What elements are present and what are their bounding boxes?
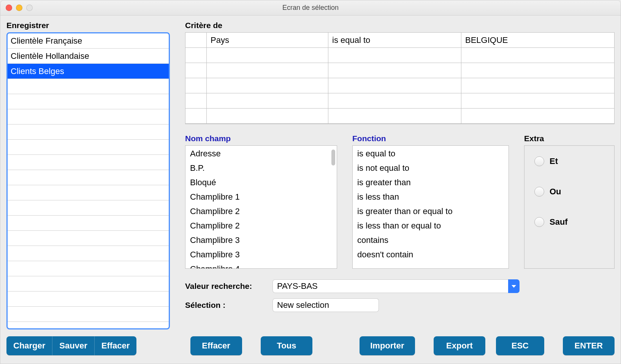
saved-query-item[interactable] — [8, 246, 169, 261]
criteria-cell-conj[interactable] — [185, 93, 207, 109]
criteria-cell-func[interactable] — [328, 93, 461, 109]
extra-option-label: Sauf — [550, 217, 568, 227]
delete-left-button[interactable]: Effacer — [95, 336, 137, 355]
criteria-cell-field[interactable] — [207, 93, 328, 109]
extra-option[interactable]: Et — [534, 156, 604, 166]
field-item[interactable]: Champlibre 3 — [185, 247, 337, 262]
save-button[interactable]: Sauver — [52, 336, 94, 355]
function-item[interactable]: is greater than or equal to — [353, 204, 509, 219]
criteria-cell-func[interactable] — [328, 48, 461, 63]
field-item[interactable]: Champlibre 2 — [185, 219, 337, 233]
selection-combo[interactable] — [272, 298, 379, 312]
saved-query-item[interactable] — [8, 94, 169, 109]
import-button[interactable]: Importer — [360, 336, 415, 355]
esc-button[interactable]: ESC — [496, 336, 544, 355]
criteria-row[interactable] — [185, 48, 614, 63]
fields-heading: Nom champ — [185, 134, 337, 143]
extra-option[interactable]: Sauf — [534, 217, 604, 227]
function-item[interactable]: is equal to — [353, 147, 509, 161]
export-button[interactable]: Export — [434, 336, 485, 355]
field-item[interactable]: Champlibre 4 — [185, 262, 337, 269]
all-button[interactable]: Tous — [261, 336, 312, 355]
criteria-cell-func[interactable]: is equal to — [328, 33, 461, 48]
saved-query-item[interactable] — [8, 140, 169, 155]
criteria-cell-conj[interactable] — [185, 109, 207, 124]
function-item[interactable]: is not equal to — [353, 161, 509, 175]
window-controls — [6, 5, 33, 11]
criteria-row[interactable] — [185, 63, 614, 78]
criteria-cell-value[interactable]: BELGIQUE — [461, 33, 614, 48]
saved-queries-list[interactable]: Clientèle FrançaiseClientèle Hollandaise… — [6, 32, 170, 329]
saved-query-item[interactable] — [8, 109, 169, 124]
saved-query-item[interactable]: Clientèle Française — [8, 33, 169, 49]
function-item[interactable]: is less than — [353, 190, 509, 204]
criteria-row[interactable]: Paysis equal toBELGIQUE — [185, 33, 614, 48]
criteria-cell-value[interactable] — [461, 109, 614, 124]
criteria-cell-conj[interactable] — [185, 63, 207, 78]
fields-list[interactable]: AdresseB.P.BloquéChamplibre 1Champlibre … — [185, 145, 337, 269]
saved-query-item[interactable] — [8, 231, 169, 246]
criteria-cell-value[interactable] — [461, 78, 614, 93]
criteria-table[interactable]: Paysis equal toBELGIQUE — [185, 32, 615, 124]
saved-query-item[interactable] — [8, 79, 169, 94]
saved-query-item[interactable] — [8, 216, 169, 231]
criteria-cell-field[interactable] — [207, 109, 328, 124]
criteria-cell-field[interactable] — [207, 78, 328, 93]
clear-button[interactable]: Effacer — [190, 336, 242, 355]
search-value-input[interactable] — [272, 279, 508, 293]
saved-query-item[interactable] — [8, 185, 169, 200]
minimize-icon[interactable] — [16, 5, 22, 11]
criteria-cell-conj[interactable] — [185, 48, 207, 63]
selection-input[interactable] — [272, 298, 379, 312]
left-button-group: Charger Sauver Effacer — [6, 336, 136, 355]
enter-button[interactable]: ENTER — [563, 336, 615, 355]
criteria-cell-field[interactable] — [207, 63, 328, 78]
criteria-cell-conj[interactable] — [185, 78, 207, 93]
function-item[interactable]: doesn't contain — [353, 247, 509, 262]
saved-query-item[interactable] — [8, 276, 169, 292]
field-item[interactable]: B.P. — [185, 161, 337, 175]
criteria-cell-value[interactable] — [461, 48, 614, 63]
field-item[interactable]: Bloqué — [185, 175, 337, 190]
saved-query-item[interactable] — [8, 261, 169, 276]
criteria-cell-value[interactable] — [461, 63, 614, 78]
close-icon[interactable] — [6, 5, 12, 11]
field-item[interactable]: Champlibre 1 — [185, 190, 337, 204]
function-item[interactable]: contains — [353, 233, 509, 247]
criteria-cell-field[interactable]: Pays — [207, 33, 328, 48]
function-item[interactable]: is less than or equal to — [353, 219, 509, 233]
load-button[interactable]: Charger — [6, 336, 52, 355]
criteria-cell-func[interactable] — [328, 78, 461, 93]
criteria-cell-field[interactable] — [207, 48, 328, 63]
function-item[interactable]: is greater than — [353, 175, 509, 190]
saved-query-item[interactable] — [8, 124, 169, 140]
field-item[interactable]: Champlibre 3 — [185, 233, 337, 247]
saved-query-item[interactable] — [8, 292, 169, 307]
criteria-cell-conj[interactable] — [185, 33, 207, 48]
extra-option-label: Et — [550, 156, 558, 166]
saved-query-item[interactable]: Clientèle Hollandaise — [8, 49, 169, 64]
dropdown-icon[interactable] — [508, 279, 520, 293]
saved-query-item[interactable] — [8, 200, 169, 216]
extra-option[interactable]: Ou — [534, 187, 604, 197]
functions-list[interactable]: is equal tois not equal tois greater tha… — [352, 145, 509, 269]
selection-window: Ecran de sélection Enregistrer Clientèle… — [0, 0, 621, 364]
scrollbar-thumb[interactable] — [331, 150, 335, 165]
radio-icon — [534, 217, 544, 227]
criteria-cell-value[interactable] — [461, 93, 614, 109]
criteria-row[interactable] — [185, 78, 614, 93]
saved-heading: Enregistrer — [6, 21, 170, 30]
criteria-cell-func[interactable] — [328, 63, 461, 78]
functions-heading: Fonction — [352, 134, 509, 143]
criteria-row[interactable] — [185, 93, 614, 109]
saved-query-item[interactable] — [8, 170, 169, 185]
zoom-icon — [26, 5, 33, 11]
criteria-row[interactable] — [185, 109, 614, 124]
saved-query-item[interactable]: Clients Belges — [8, 64, 169, 79]
field-item[interactable]: Adresse — [185, 147, 337, 161]
saved-query-item[interactable] — [8, 155, 169, 170]
field-item[interactable]: Champlibre 2 — [185, 204, 337, 219]
search-value-combo[interactable] — [272, 279, 520, 293]
criteria-cell-func[interactable] — [328, 109, 461, 124]
saved-query-item[interactable] — [8, 307, 169, 322]
